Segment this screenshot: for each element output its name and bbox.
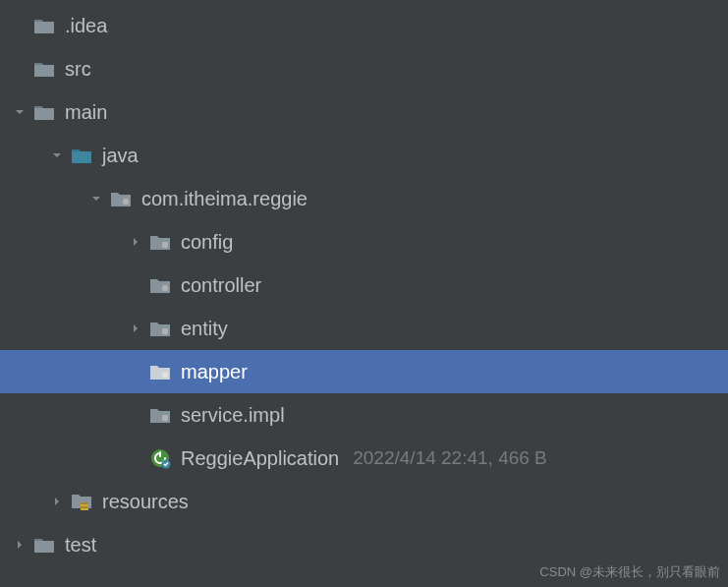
chevron-right-icon [12,539,28,551]
svg-point-3 [162,328,168,334]
package-icon [149,404,171,426]
tree-label: com.itheima.reggie [141,188,308,210]
springboot-class-icon [149,447,171,469]
project-tree: .idea src main java com.itheima. [0,0,728,566]
folder-icon [33,534,55,556]
svg-point-2 [162,285,168,291]
tree-row-java[interactable]: java [0,134,728,177]
tree-row-reggieapp[interactable]: ReggieApplication 2022/4/14 22:41, 466 B [0,437,728,480]
tree-label: mapper [181,361,248,383]
tree-row-package[interactable]: com.itheima.reggie [0,177,728,220]
svg-rect-11 [81,506,88,508]
chevron-right-icon [128,323,143,334]
tree-label: .idea [65,15,107,37]
tree-row-config[interactable]: config [0,220,728,264]
resources-folder-icon [71,491,92,512]
tree-label: service.impl [181,404,285,427]
package-icon [110,188,132,209]
watermark: CSDN @未来很长，别只看眼前 [539,563,720,581]
tree-label: entity [181,318,228,340]
chevron-down-icon [12,106,28,118]
chevron-down-icon [49,149,65,161]
tree-label: controller [181,274,261,297]
svg-point-1 [162,242,168,248]
tree-label: test [65,534,96,557]
package-icon [149,274,171,296]
svg-point-5 [162,415,168,421]
source-folder-icon [71,145,92,166]
package-icon [149,361,171,382]
tree-row-controller[interactable]: controller [0,264,728,307]
tree-row-src[interactable]: src [0,47,728,90]
package-icon [149,231,171,253]
tree-row-idea[interactable]: .idea [0,4,728,47]
folder-icon [33,58,55,80]
tree-row-test[interactable]: test [0,523,728,566]
chevron-right-icon [128,236,143,248]
tree-row-main[interactable]: main [0,90,728,134]
folder-icon [33,101,55,123]
tree-label: java [102,145,139,167]
file-meta: 2022/4/14 22:41, 466 B [353,447,547,469]
tree-row-entity[interactable]: entity [0,307,728,350]
tree-row-resources[interactable]: resources [0,480,728,523]
chevron-right-icon [49,496,65,507]
tree-label: config [181,231,233,254]
folder-icon [33,15,55,36]
chevron-down-icon [88,193,104,205]
svg-rect-10 [81,502,88,504]
package-icon [149,318,171,339]
svg-point-0 [123,199,129,205]
tree-label: resources [102,491,189,513]
tree-row-serviceimpl[interactable]: service.impl [0,393,728,437]
tree-label: src [65,58,91,81]
tree-row-mapper[interactable]: mapper [0,350,728,393]
svg-rect-7 [159,451,161,457]
tree-label: ReggieApplication [181,447,339,470]
svg-point-4 [162,372,168,378]
tree-label: main [65,101,107,124]
